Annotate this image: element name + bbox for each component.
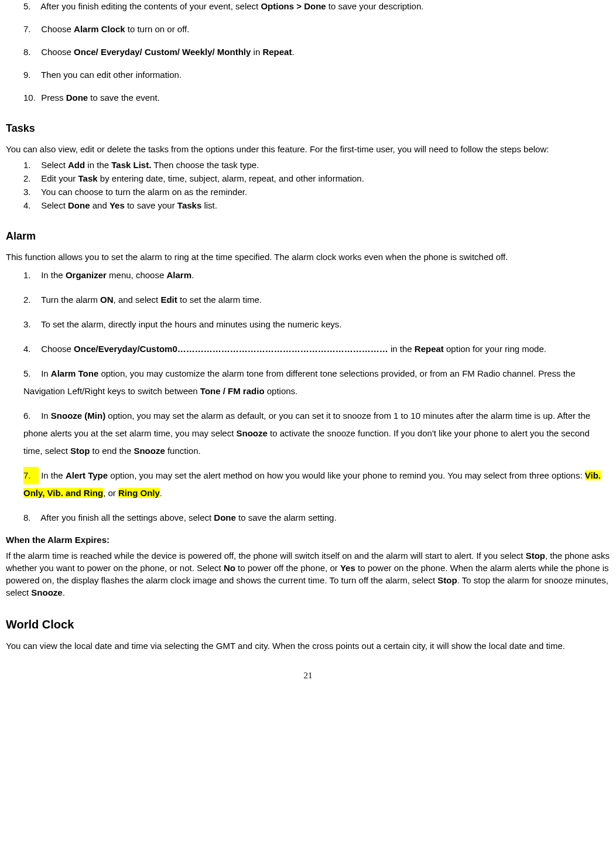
tasks-steps-list: 1. Select Add in the Task List. Then cho… [6,159,610,211]
step-number: 6. [23,407,39,425]
step-number: 8. [23,46,39,58]
step-text: Choose Once/Everyday/Custom0………………………………… [41,344,546,354]
step-text: To set the alarm, directly input the hou… [41,319,342,329]
event-steps-list: 5. After you finish editing the contents… [6,0,610,104]
tasks-step-2: 2. Edit your Task by entering date, time… [23,172,610,185]
step-number: 7. [23,23,39,35]
alarm-intro: This function allows you to set the alar… [6,251,610,263]
step-text: Press Done to save the event. [41,93,160,103]
tasks-intro: You can also view, edit or delete the ta… [6,143,610,155]
step-text: In Alarm Tone option, you may customize … [23,368,576,396]
tasks-step-3: 3. You can choose to turn the alarm on a… [23,186,610,198]
tasks-step-4: 4. Select Done and Yes to save your Task… [23,199,610,211]
page-number: 21 [6,669,610,682]
step-number: 10. [23,91,39,104]
step-number: 9. [23,69,39,81]
step-number: 1. [23,267,39,284]
alarm-step-4: 4. Choose Once/Everyday/Custom0………………………… [23,340,610,358]
step-text: Edit your Task by entering date, time, s… [41,173,364,183]
step-number: 4. [23,199,39,211]
event-step-8: 8. Choose Once/ Everyday/ Custom/ Weekly… [23,46,610,58]
step-text: After you finish all the settings above,… [40,513,336,522]
event-step-9: 9. Then you can edit other information. [23,69,610,81]
step-number: 3. [23,186,39,198]
step-text: In Snooze (Min) option, you may set the … [23,411,590,456]
alarm-step-2: 2. Turn the alarm ON, and select Edit to… [23,291,610,309]
step-text: Then you can edit other information. [41,70,182,80]
world-clock-heading: World Clock [6,616,610,633]
alarm-expires-text: If the alarm time is reached while the d… [6,549,610,599]
step-text: Select Add in the Task List. Then choose… [41,160,259,170]
event-step-7: 7. Choose Alarm Clock to turn on or off. [23,23,610,35]
alarm-step-7: 7. In the Alert Type option, you may set… [23,467,610,502]
event-step-5: 5. After you finish editing the contents… [23,0,610,12]
step-text: In the Alert Type option, you may set th… [23,470,601,498]
step-number: 4. [23,340,39,358]
alarm-steps-list: 1. In the Organizer menu, choose Alarm. … [6,267,610,527]
step-text: Choose Once/ Everyday/ Custom/ Weekly/ M… [41,47,294,57]
alarm-step-1: 1. In the Organizer menu, choose Alarm. [23,267,610,284]
step-number: 2. [23,172,39,185]
step-text: Select Done and Yes to save your Tasks l… [41,200,217,210]
alarm-step-5: 5. In Alarm Tone option, you may customi… [23,365,610,400]
step-number: 8. [23,509,39,527]
alarm-heading: Alarm [6,229,610,244]
tasks-step-1: 1. Select Add in the Task List. Then cho… [23,159,610,171]
step-number: 5. [23,365,39,382]
step-number: 1. [23,159,39,171]
alarm-expires-heading: When the Alarm Expires: [6,534,610,546]
step-number: 5. [23,0,39,12]
step-number: 7. [23,467,39,484]
step-text: You can choose to turn the alarm on as t… [41,187,247,197]
alarm-step-6: 6. In Snooze (Min) option, you may set t… [23,407,610,460]
step-number: 3. [23,316,39,333]
alarm-step-8: 8. After you finish all the settings abo… [23,509,610,527]
alarm-step-3: 3. To set the alarm, directly input the … [23,316,610,333]
step-number: 2. [23,291,39,309]
world-clock-text: You can view the local date and time via… [6,640,610,652]
step-text: In the Organizer menu, choose Alarm. [41,270,194,280]
tasks-heading: Tasks [6,121,610,136]
event-step-10: 10. Press Done to save the event. [23,91,610,104]
step-text: After you finish editing the contents of… [40,1,423,11]
step-text: Turn the alarm ON, and select Edit to se… [41,295,262,305]
step-text: Choose Alarm Clock to turn on or off. [41,24,189,34]
